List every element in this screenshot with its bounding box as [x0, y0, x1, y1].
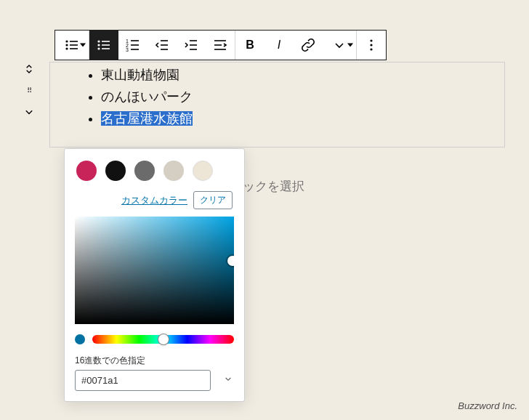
color-swatch-row: [75, 159, 234, 191]
svg-text:3: 3: [126, 47, 129, 52]
hex-expand-button[interactable]: [222, 373, 234, 388]
outdent-icon: [153, 36, 171, 54]
align-icon: [211, 36, 229, 54]
italic-icon: I: [278, 39, 280, 52]
hue-slider[interactable]: [92, 335, 234, 344]
more-options-button[interactable]: [357, 31, 386, 60]
hex-input[interactable]: [75, 370, 211, 391]
block-drag-handle[interactable]: ⠿: [20, 62, 38, 119]
svg-point-27: [370, 39, 372, 41]
list-item[interactable]: 東山動植物園: [101, 64, 488, 86]
chevron-up-down-icon: [22, 62, 36, 76]
chevron-down-icon: [22, 105, 36, 119]
footer-credit: Buzzword Inc.: [458, 400, 517, 411]
list-item[interactable]: のんほいパーク: [101, 86, 488, 108]
list-type-group: [55, 31, 89, 60]
color-picker-popover: カスタムカラー クリア 16進数での色指定: [64, 148, 245, 402]
list-tools-group: 123: [89, 31, 235, 60]
numbered-list-button[interactable]: 123: [118, 31, 148, 60]
color-swatch[interactable]: [163, 161, 184, 181]
inline-format-group: B I: [235, 31, 357, 60]
more-vertical-icon: [363, 36, 380, 54]
svg-point-1: [65, 44, 68, 46]
saturation-pointer[interactable]: [227, 256, 234, 266]
saturation-picker[interactable]: [75, 217, 234, 324]
color-swatch[interactable]: [193, 161, 213, 181]
link-button[interactable]: [294, 31, 323, 60]
more-group: [357, 31, 386, 60]
drag-dots-icon: ⠿: [27, 86, 32, 94]
bullet-list-icon: [63, 36, 81, 54]
list-item[interactable]: 名古屋港水族館: [101, 108, 488, 129]
chevron-down-icon: [222, 373, 234, 385]
bold-button[interactable]: B: [235, 31, 264, 60]
current-color-dot: [75, 334, 85, 344]
svg-point-0: [65, 40, 68, 42]
color-swatch[interactable]: [105, 161, 126, 181]
align-button[interactable]: [206, 31, 235, 60]
indent-button[interactable]: [177, 31, 206, 60]
numbered-list-icon: 123: [124, 36, 142, 54]
svg-point-2: [65, 47, 68, 49]
svg-point-8: [97, 47, 100, 49]
block-appender-text: ックを選択: [243, 178, 304, 195]
bold-icon: B: [246, 39, 254, 52]
list-block[interactable]: 東山動植物園 のんほいパーク 名古屋港水族館: [49, 62, 505, 148]
svg-point-29: [370, 48, 372, 50]
outdent-button[interactable]: [148, 31, 177, 60]
color-swatch[interactable]: [134, 161, 155, 181]
block-toolbar: 123 B I: [54, 30, 387, 60]
bullet-list-button[interactable]: [55, 31, 89, 60]
svg-point-28: [370, 44, 372, 46]
clear-color-button[interactable]: クリア: [193, 191, 233, 209]
svg-point-7: [97, 44, 100, 46]
hue-pointer[interactable]: [158, 334, 169, 344]
custom-color-link[interactable]: カスタムカラー: [121, 194, 187, 207]
indent-icon: [182, 36, 200, 54]
bullet-list-icon: [95, 36, 113, 54]
selected-text: 名古屋港水族館: [101, 111, 193, 126]
hex-input-label: 16進数での色指定: [75, 350, 234, 370]
chevron-down-icon: [331, 36, 348, 54]
italic-button[interactable]: I: [264, 31, 294, 60]
color-swatch[interactable]: [76, 161, 97, 181]
text-color-button[interactable]: [323, 31, 356, 60]
svg-point-6: [97, 40, 100, 42]
link-icon: [299, 36, 317, 54]
bullet-list-active-button[interactable]: [89, 31, 118, 60]
